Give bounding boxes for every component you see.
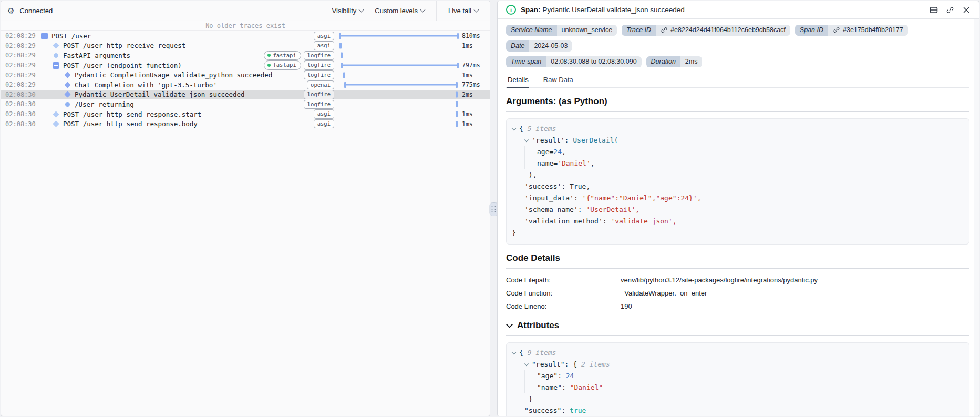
code-function-label: Code Function: [506,288,621,299]
row-main: Chat Completion with 'gpt-3.5-turbo'open… [37,80,339,90]
link-icon [833,26,840,34]
meta-badge-value: 02:08:30.088 to 02:08:30.090 [546,56,641,67]
code-token: 2 items [581,359,610,370]
row-timestamp: 02:08:29 [1,62,37,69]
live-tail-dropdown[interactable]: Live tail [448,7,478,15]
collapse-caret-icon[interactable] [512,125,517,133]
code-line: { 5 items [512,123,964,135]
code-token: { [519,347,528,359]
row-main: POST /user http send response.startasgi [37,109,339,119]
code-token: { [519,123,528,135]
code-token: "success": [524,405,570,416]
meta-badge-label: Span ID [795,25,828,36]
circle-icon [65,102,70,107]
row-badges: logfire [304,70,339,80]
indent-guide [512,146,524,158]
minus-square-icon[interactable] [41,33,48,39]
minus-square-icon[interactable] [53,62,59,69]
collapse-caret-icon[interactable] [524,361,529,368]
attributes-code-block: { 9 items"result": { 2 items"age": 24"na… [506,342,969,416]
tab-raw-data[interactable]: Raw Data [543,72,574,88]
duration-label: 1ms [458,110,490,118]
span-meta-row: Service Nameunknown_serviceTrace ID#e822… [506,25,969,52]
code-token: 'Daniel' [558,158,591,169]
indent-guide [512,359,524,370]
trace-row[interactable]: 02:08:29FastAPI argumentsfastapilogfire [1,50,490,60]
meta-badge-label: Duration [646,56,680,67]
span-label: Pydantic UserDetail validate_json succee… [75,90,245,98]
link-icon[interactable] [946,6,954,14]
row-badges: fastapilogfire [264,51,339,60]
trace-row[interactable]: 02:08:30POST /user http send response.st… [1,109,490,119]
duration-bar [339,43,342,48]
collapse-caret-icon[interactable] [512,349,517,357]
scope-badge-asgi: asgi [314,109,334,119]
row-main: POST /userasgi [37,31,339,41]
indent-guide [512,405,524,416]
code-token: } [524,393,533,405]
row-badges: asgi [314,32,339,41]
code-token: 'validation_method': [524,216,611,227]
trace-row[interactable]: 02:08:30POST /user http send response.bo… [1,119,490,129]
meta-badge-label: Service Name [506,25,557,36]
scope-badge-logfire: logfire [304,60,334,70]
code-line: "result": { 2 items [512,359,964,370]
duration-bar [456,91,458,97]
duration-bar [456,111,458,117]
row-main: POST /user http receive requestasgi [37,41,339,51]
indent-guide [512,216,524,227]
collapse-caret-icon[interactable] [524,137,529,144]
no-older-traces-banner: No older traces exist [1,21,490,31]
code-token: "Daniel" [570,382,603,393]
meta-badge-label: Time span [506,56,546,67]
row-timestamp: 02:08:30 [1,110,37,118]
scrollbar[interactable] [974,19,979,416]
detail-tabs: Details Raw Data [506,72,969,88]
code-token: 24 [553,146,562,158]
row-badges: logfire [304,100,339,109]
meta-badge-label: Date [506,40,529,52]
green-dot-icon [267,64,271,67]
row-badges: asgi [314,41,339,50]
code-details-heading: Code Details [506,253,969,263]
scope-badge-logfire: logfire [304,51,334,60]
indent-guide [524,146,537,158]
scope-badge-openai: openai [307,80,334,90]
panel-layout-icon[interactable] [930,6,938,14]
visibility-dropdown[interactable]: Visibility [332,7,364,15]
duration-label: 775ms [458,81,490,88]
duration-label: 797ms [458,62,490,69]
trace-row[interactable]: 02:08:29POST /userasgi810ms [1,31,490,41]
duration-label: 2ms [458,91,490,98]
custom-levels-dropdown[interactable]: Custom levels [375,7,425,15]
code-line: } [512,393,964,405]
gear-icon[interactable]: ⚙ [7,7,14,15]
code-token: UserDetail( [573,135,618,146]
meta-badge-duration: Duration2ms [646,56,703,67]
code-token: 'input_data': [524,192,582,204]
trace-row[interactable]: 02:08:30Pydantic UserDetail validate_jso… [1,90,490,100]
trace-row[interactable]: 02:08:29Chat Completion with 'gpt-3.5-tu… [1,80,490,90]
code-line: 'result': UserDetail( [512,135,964,146]
divider [506,335,969,336]
meta-badge-value[interactable]: #3e175db4f0b20177 [828,25,908,36]
tab-details[interactable]: Details [507,72,529,88]
code-line: 'success': True, [512,181,964,192]
code-token: 'validate_json', [611,216,676,227]
code-line: ), [512,169,964,181]
duration-bar [339,35,458,37]
meta-badge-value[interactable]: #e8224d24d41f064b112c6eb9cb58cacf [656,25,790,36]
trace-row[interactable]: 02:08:29POST /user (endpoint_function)fa… [1,60,490,70]
trace-row[interactable]: 02:08:30/User returninglogfire [1,99,490,109]
indent-guide [512,135,524,146]
arguments-heading: Arguments: (as Python) [506,96,969,107]
code-token: 'success': True, [524,181,590,192]
trace-row[interactable]: 02:08:29Pydantic CompletionUsage validat… [1,70,490,80]
close-icon[interactable] [962,6,971,14]
span-label: POST /user http send response.body [63,120,198,128]
span-label: FastAPI arguments [63,52,130,59]
duration-bar-track [339,80,458,90]
collapse-chevron-icon[interactable] [506,321,513,328]
indent-guide [512,393,524,405]
trace-row[interactable]: 02:08:29POST /user http receive requesta… [1,41,490,51]
